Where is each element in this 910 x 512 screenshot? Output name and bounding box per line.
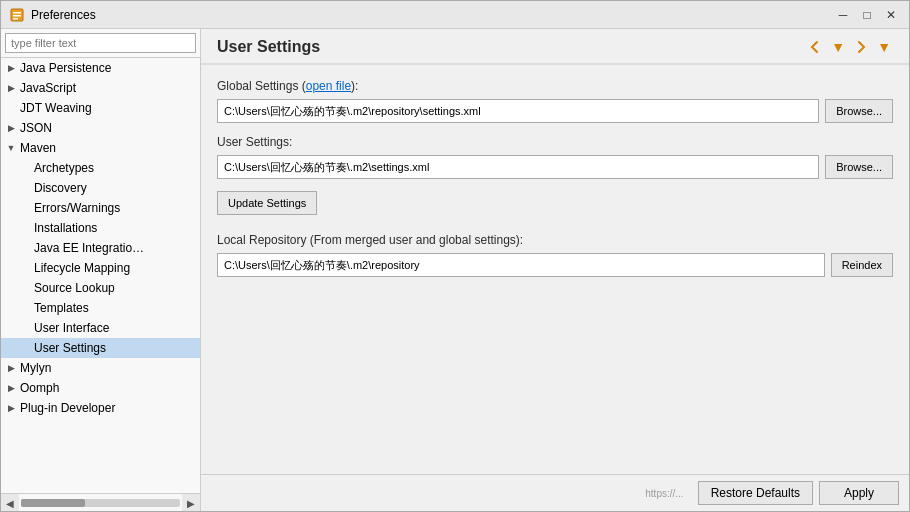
maximize-button[interactable]: □ xyxy=(857,5,877,25)
preferences-window: Preferences ─ □ ✕ ▶Java Persistence▶Java… xyxy=(0,0,910,512)
user-settings-label: User Settings: xyxy=(217,135,893,149)
sidebar-item-label: Installations xyxy=(34,221,97,235)
sidebar-item-json[interactable]: ▶JSON xyxy=(1,118,200,138)
window-title: Preferences xyxy=(31,8,833,22)
sidebar-item-label: Mylyn xyxy=(20,361,51,375)
window-icon xyxy=(9,7,25,23)
sidebar-item-label: Templates xyxy=(34,301,89,315)
expand-arrow-collapsed[interactable]: ▶ xyxy=(5,362,17,374)
restore-defaults-button[interactable]: Restore Defaults xyxy=(698,481,813,505)
sidebar-item-source-lookup[interactable]: Source Lookup xyxy=(1,278,200,298)
expand-arrow-collapsed[interactable]: ▶ xyxy=(5,402,17,414)
sidebar-item-oomph[interactable]: ▶Oomph xyxy=(1,378,200,398)
sidebar-item-label: Plug-in Developer xyxy=(20,401,115,415)
bottom-bar: https://... Restore Defaults Apply xyxy=(201,474,909,511)
scroll-right-button[interactable]: ▶ xyxy=(182,494,200,511)
sidebar-item-label: Java EE Integratio… xyxy=(34,241,144,255)
sidebar-item-label: JDT Weaving xyxy=(20,101,92,115)
sidebar-item-user-interface[interactable]: User Interface xyxy=(1,318,200,338)
header-icons: ▼ ▼ xyxy=(805,37,893,57)
global-settings-label: Global Settings (open file): xyxy=(217,79,893,93)
sidebar-item-label: Lifecycle Mapping xyxy=(34,261,130,275)
back-dropdown-button[interactable]: ▼ xyxy=(829,37,847,57)
sidebar-item-installations[interactable]: Installations xyxy=(1,218,200,238)
expand-arrow-expanded[interactable]: ▼ xyxy=(5,142,17,154)
local-repo-row: Reindex xyxy=(217,253,893,277)
local-repo-label: Local Repository (From merged user and g… xyxy=(217,233,893,247)
sidebar-item-javascript[interactable]: ▶JavaScript xyxy=(1,78,200,98)
filter-input[interactable] xyxy=(5,33,196,53)
svg-rect-2 xyxy=(13,15,21,17)
expand-arrow-collapsed[interactable]: ▶ xyxy=(5,82,17,94)
right-body: Global Settings (open file): Browse... U… xyxy=(201,65,909,474)
tree-container[interactable]: ▶Java Persistence▶JavaScriptJDT Weaving▶… xyxy=(1,58,200,493)
expand-arrow-collapsed[interactable]: ▶ xyxy=(5,382,17,394)
left-panel: ▶Java Persistence▶JavaScriptJDT Weaving▶… xyxy=(1,29,201,511)
scroll-left-button[interactable]: ◀ xyxy=(1,494,19,511)
status-text: https://... xyxy=(645,488,683,499)
close-button[interactable]: ✕ xyxy=(881,5,901,25)
global-settings-row: Browse... xyxy=(217,99,893,123)
sidebar-item-templates[interactable]: Templates xyxy=(1,298,200,318)
open-file-link[interactable]: open file xyxy=(306,79,351,93)
user-settings-input[interactable] xyxy=(217,155,819,179)
global-browse-button[interactable]: Browse... xyxy=(825,99,893,123)
sidebar-item-user-settings[interactable]: User Settings xyxy=(1,338,200,358)
title-bar: Preferences ─ □ ✕ xyxy=(1,1,909,29)
right-header: User Settings ▼ ▼ xyxy=(201,29,909,65)
expand-arrow-collapsed[interactable]: ▶ xyxy=(5,122,17,134)
sidebar-item-label: Oomph xyxy=(20,381,59,395)
minimize-button[interactable]: ─ xyxy=(833,5,853,25)
sidebar-item-label: JSON xyxy=(20,121,52,135)
sidebar-item-label: Java Persistence xyxy=(20,61,111,75)
sidebar-item-java-persistence[interactable]: ▶Java Persistence xyxy=(1,58,200,78)
sidebar-item-mylyn[interactable]: ▶Mylyn xyxy=(1,358,200,378)
sidebar-item-label: User Interface xyxy=(34,321,109,335)
sidebar-item-discovery[interactable]: Discovery xyxy=(1,178,200,198)
sidebar-item-archetypes[interactable]: Archetypes xyxy=(1,158,200,178)
sidebar-item-label: Archetypes xyxy=(34,161,94,175)
update-settings-button[interactable]: Update Settings xyxy=(217,191,317,215)
sidebar-item-label: Source Lookup xyxy=(34,281,115,295)
sidebar-item-java-ee-integration[interactable]: Java EE Integratio… xyxy=(1,238,200,258)
sidebar-item-label: Maven xyxy=(20,141,56,155)
user-settings-row: Browse... xyxy=(217,155,893,179)
window-controls: ─ □ ✕ xyxy=(833,5,901,25)
sidebar-item-maven[interactable]: ▼Maven xyxy=(1,138,200,158)
sidebar-item-label: JavaScript xyxy=(20,81,76,95)
sidebar-item-label: Discovery xyxy=(34,181,87,195)
sidebar-item-label: Errors/Warnings xyxy=(34,201,120,215)
reindex-button[interactable]: Reindex xyxy=(831,253,893,277)
sidebar-item-jdt-weaving[interactable]: JDT Weaving xyxy=(1,98,200,118)
svg-rect-1 xyxy=(13,12,21,14)
sidebar-item-plugin-developer[interactable]: ▶Plug-in Developer xyxy=(1,398,200,418)
filter-input-wrap xyxy=(1,29,200,58)
svg-rect-3 xyxy=(13,18,18,20)
global-settings-input[interactable] xyxy=(217,99,819,123)
scroll-track xyxy=(21,499,180,507)
sidebar-item-label: User Settings xyxy=(34,341,106,355)
expand-arrow-collapsed[interactable]: ▶ xyxy=(5,62,17,74)
user-browse-button[interactable]: Browse... xyxy=(825,155,893,179)
sidebar-item-lifecycle-mapping[interactable]: Lifecycle Mapping xyxy=(1,258,200,278)
left-panel-scrollbar: ◀ ▶ xyxy=(1,493,200,511)
forward-button[interactable] xyxy=(851,37,871,57)
sidebar-item-errors-warnings[interactable]: Errors/Warnings xyxy=(1,198,200,218)
right-panel: User Settings ▼ ▼ xyxy=(201,29,909,511)
page-title: User Settings xyxy=(217,38,320,56)
back-button[interactable] xyxy=(805,37,825,57)
main-content: ▶Java Persistence▶JavaScriptJDT Weaving▶… xyxy=(1,29,909,511)
forward-dropdown-button[interactable]: ▼ xyxy=(875,37,893,57)
local-repo-input[interactable] xyxy=(217,253,825,277)
scroll-thumb xyxy=(21,499,85,507)
apply-button[interactable]: Apply xyxy=(819,481,899,505)
